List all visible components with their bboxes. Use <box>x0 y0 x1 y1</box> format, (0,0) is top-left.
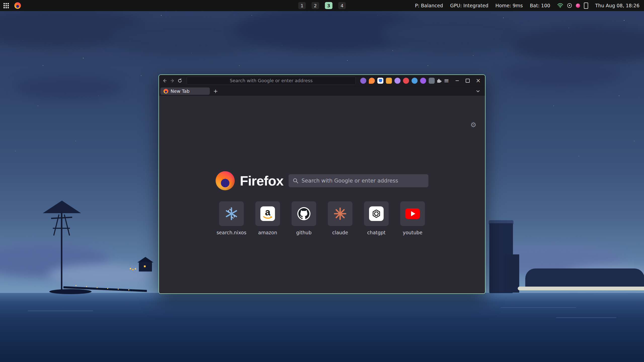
firefox-window: ≡ × New Tab + ⚙ Fir <box>158 74 486 294</box>
workspace-button-2[interactable]: 2 <box>312 2 319 9</box>
newtab-search <box>289 174 428 187</box>
shortcut-youtube[interactable]: youtube <box>400 201 425 235</box>
beach-strip <box>518 287 644 290</box>
search-icon <box>293 178 299 185</box>
tray-app-icon[interactable] <box>576 4 580 8</box>
firefox-wordmark: Firefox <box>240 173 283 189</box>
chatgpt-icon <box>369 206 384 221</box>
navigation-toolbar: ≡ × <box>159 75 485 86</box>
clock: Thu Aug 08, 18:26 <box>595 3 639 8</box>
tab-bar: New Tab + <box>159 86 485 96</box>
github-icon <box>297 207 311 221</box>
water-streak <box>28 310 93 311</box>
status-bar: 1 2 3 4 P: Balanced GPU: Integrated Home… <box>0 0 644 11</box>
forward-icon <box>170 78 175 83</box>
list-all-tabs-button[interactable] <box>474 88 481 95</box>
wallpaper-ocean <box>0 293 644 362</box>
addon-icon-5[interactable] <box>394 78 400 84</box>
maximize-icon <box>466 79 470 83</box>
addon-icon-4[interactable] <box>386 78 392 84</box>
firefox-icon[interactable] <box>14 2 21 9</box>
cloud <box>15 75 123 99</box>
battery-module: Bat: 100 <box>530 3 550 8</box>
watchtower-roof <box>43 201 81 213</box>
urlbar-container <box>187 77 356 85</box>
new-tab-button[interactable]: + <box>212 87 219 95</box>
desktop: 1 2 3 4 P: Balanced GPU: Integrated Home… <box>0 0 644 362</box>
workspace-switcher: 1 2 3 4 <box>298 0 346 11</box>
water-streak <box>501 307 576 308</box>
tab-title: New Tab <box>171 88 189 94</box>
pier-lights <box>75 285 76 286</box>
latency-module: Home: 9ms <box>495 3 523 8</box>
workspace-button-4[interactable]: 4 <box>338 2 346 9</box>
system-tray <box>557 3 588 9</box>
tab-new-tab[interactable]: New Tab <box>160 87 210 95</box>
addon-icon-9[interactable] <box>429 78 435 84</box>
shortcut-label: chatgpt <box>367 230 385 235</box>
cloud <box>501 60 621 88</box>
shore-bushes <box>525 268 644 289</box>
minimize-button[interactable] <box>454 77 460 84</box>
watchtower-pole <box>61 212 62 293</box>
nixos-snowflake-icon <box>225 207 238 220</box>
newtab-settings-button[interactable]: ⚙ <box>470 121 476 128</box>
gpu-module: GPU: Integrated <box>450 3 488 8</box>
back-icon <box>162 78 167 83</box>
shortcut-claude[interactable]: claude <box>328 201 352 235</box>
close-button[interactable]: × <box>475 77 481 84</box>
claude-icon <box>334 207 346 220</box>
reload-icon <box>177 78 182 83</box>
window-controls: × <box>454 77 481 84</box>
maximize-button[interactable] <box>464 77 471 84</box>
newtab-hero: Firefox <box>159 170 485 191</box>
minimize-icon <box>456 80 459 81</box>
islet-ground <box>49 289 92 294</box>
power-profile-module: P: Balanced <box>415 3 443 8</box>
shortcut-label: github <box>296 230 312 235</box>
addon-icon-7[interactable] <box>412 78 418 84</box>
shortcut-label: youtube <box>403 230 422 235</box>
addon-icon-6[interactable] <box>403 78 409 84</box>
amazon-icon: a <box>260 206 275 221</box>
addon-icon-3[interactable] <box>377 78 383 84</box>
close-icon: × <box>476 78 480 83</box>
firefox-logo <box>216 171 235 190</box>
urlbar-input[interactable] <box>187 77 356 85</box>
extensions-puzzle-icon <box>436 78 442 83</box>
shortcut-amazon[interactable]: a amazon <box>255 201 280 235</box>
extensions-button[interactable] <box>436 76 442 85</box>
addon-icon-1[interactable] <box>360 78 366 84</box>
shortcut-label: search.nixos <box>217 230 247 235</box>
addon-icons <box>360 78 435 84</box>
chevron-down-icon <box>476 89 480 93</box>
shortcut-grid: search.nixos a amazon <box>159 201 485 235</box>
addon-icon-2[interactable] <box>369 78 375 84</box>
wifi-icon[interactable] <box>557 3 563 8</box>
youtube-icon <box>405 208 420 219</box>
reload-button[interactable] <box>177 76 183 85</box>
shortcut-chatgpt[interactable]: chatgpt <box>364 201 389 235</box>
cloud <box>382 15 523 53</box>
shortcut-github[interactable]: github <box>292 201 316 235</box>
addon-icon-8[interactable] <box>420 78 426 84</box>
water-streak <box>556 317 616 318</box>
workspace-button-3[interactable]: 3 <box>325 2 333 9</box>
back-button[interactable] <box>162 76 168 85</box>
newtab-search-input[interactable] <box>289 174 428 187</box>
hut-roof <box>137 257 153 262</box>
bluetooth-icon[interactable] <box>567 3 572 8</box>
shortcut-search-nixos[interactable]: search.nixos <box>219 201 244 235</box>
sea-stack-ledge <box>505 254 519 293</box>
menu-icon: ≡ <box>444 77 449 84</box>
menu-button[interactable]: ≡ <box>443 76 450 85</box>
cloud <box>48 264 153 287</box>
string-lights <box>130 268 131 269</box>
firefox-favicon <box>164 89 168 94</box>
shortcut-label: claude <box>332 230 348 235</box>
workspace-button-1[interactable]: 1 <box>298 2 306 9</box>
app-grid-icon[interactable] <box>4 3 9 8</box>
forward-button[interactable] <box>169 76 176 85</box>
phone-icon[interactable] <box>584 3 588 9</box>
shortcut-label: amazon <box>258 230 277 235</box>
